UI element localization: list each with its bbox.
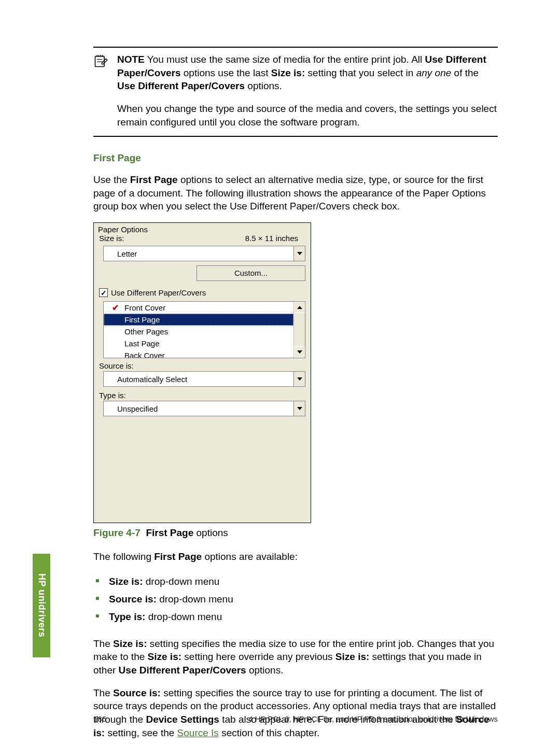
list-item: Source is: drop-down menu <box>93 591 498 608</box>
scrollbar[interactable] <box>293 302 305 358</box>
source-is-link[interactable]: Source Is <box>177 727 219 738</box>
note-label: NOTE <box>117 54 145 65</box>
chapter-title: 4 HP PCL 6, HP PCL 5e, and HP PS 3 emula… <box>248 714 498 723</box>
note-icon <box>93 53 108 129</box>
source-is-dropdown[interactable]: Automatically Select <box>103 371 305 387</box>
type-is-label: Type is: <box>94 391 311 401</box>
dropdown-icon[interactable] <box>293 401 305 416</box>
use-different-paper-label: Use Different Paper/Covers <box>111 288 206 297</box>
figure-caption: Figure 4-7 First Page options <box>93 527 498 539</box>
list-item: Type is: drop-down menu <box>93 608 498 626</box>
type-is-dropdown[interactable]: Unspecified <box>103 401 305 416</box>
check-icon: ✔ <box>112 303 119 313</box>
covers-listbox[interactable]: ✔Front Cover First Page Other Pages Last… <box>103 301 305 358</box>
use-different-paper-checkbox[interactable]: ✓ <box>99 288 108 297</box>
size-is-label: Size is: <box>99 234 124 243</box>
size-para: The Size is: setting specifies the media… <box>93 637 498 677</box>
avail-para: The following First Page options are ava… <box>93 550 498 564</box>
section-heading-first-page: First Page <box>93 152 498 164</box>
options-list: Size is: drop-down menu Source is: drop-… <box>93 573 498 626</box>
list-item[interactable]: ✔Front Cover <box>104 302 293 314</box>
page-footer: 186 4 HP PCL 6, HP PCL 5e, and HP PS 3 e… <box>0 714 560 723</box>
dropdown-icon[interactable] <box>293 246 305 261</box>
note-para-2: When you change the type and source of t… <box>117 102 498 129</box>
source-para: The Source is: setting specifies the sou… <box>93 686 498 740</box>
size-is-value: Letter <box>117 249 137 258</box>
scroll-up-icon[interactable] <box>294 302 305 313</box>
size-is-dropdown[interactable]: Letter <box>103 246 305 261</box>
note-box: NOTE You must use the same size of media… <box>93 47 498 137</box>
intro-para: Use the First Page options to select an … <box>93 173 498 213</box>
list-item: Size is: drop-down menu <box>93 573 498 591</box>
source-is-value: Automatically Select <box>117 375 187 384</box>
scroll-down-icon[interactable] <box>294 346 305 358</box>
paper-options-dialog: Paper Options Size is: 8.5 × 11 inches L… <box>93 222 311 523</box>
type-is-value: Unspecified <box>117 404 158 413</box>
custom-button[interactable]: Custom... <box>197 265 305 281</box>
list-item[interactable]: First Page <box>104 314 293 326</box>
list-item[interactable]: Other Pages <box>104 326 293 338</box>
group-label: Paper Options <box>94 223 311 234</box>
dropdown-icon[interactable] <box>293 372 305 386</box>
list-item[interactable]: Back Cover <box>104 349 293 358</box>
size-dimensions: 8.5 × 11 inches <box>245 234 298 243</box>
page-number: 186 <box>93 714 106 723</box>
note-para-1: NOTE You must use the same size of media… <box>117 53 498 93</box>
list-item[interactable]: Last Page <box>104 338 293 349</box>
source-is-label: Source is: <box>94 361 311 371</box>
